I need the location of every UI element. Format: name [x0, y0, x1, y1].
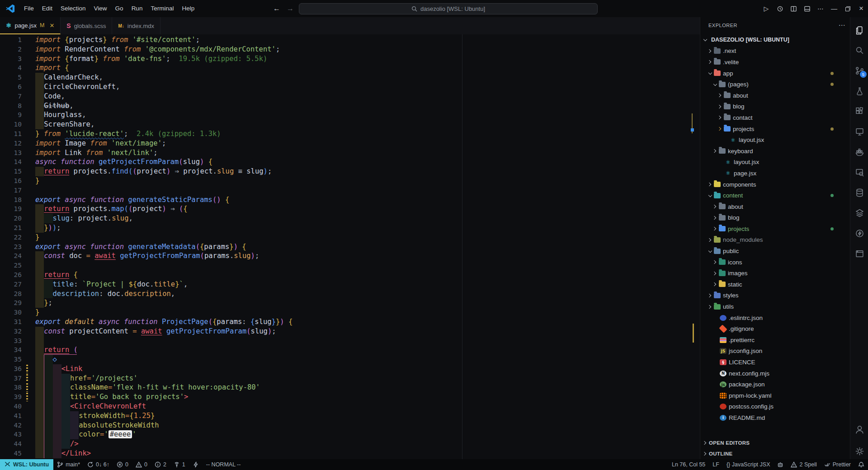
search-icon[interactable] — [850, 40, 868, 60]
command-center-search[interactable]: dasezolio [WSL: Ubuntu] — [299, 3, 598, 14]
tree-item-public[interactable]: public — [700, 245, 850, 257]
tree-item-blog[interactable]: blog — [700, 212, 850, 224]
restore-button[interactable] — [841, 0, 854, 17]
gutter-modified-indicator[interactable] — [26, 383, 28, 392]
status-eol[interactable]: LF — [709, 459, 723, 470]
gutter-modified-indicator[interactable] — [26, 365, 28, 373]
item-label: blog — [733, 103, 745, 110]
tree-item-page.jsx[interactable]: ⚛page.jsx — [700, 168, 850, 179]
close-tab-icon[interactable]: ✕ — [49, 22, 54, 29]
more-actions-icon[interactable]: ⋯ — [814, 0, 827, 17]
status-zap[interactable] — [189, 459, 203, 470]
extensions-icon[interactable] — [850, 101, 868, 121]
explorer-more-actions-icon[interactable]: ⋯ — [839, 21, 846, 29]
tree-item-tailwind.config.js[interactable]: ≈tailwind.config.js — [700, 423, 850, 426]
status-infos[interactable]: 2 — [151, 459, 170, 470]
close-button[interactable]: × — [854, 0, 868, 17]
status-cursor-position[interactable]: Ln 76, Col 55 — [668, 459, 709, 470]
menu-file[interactable]: File — [20, 0, 38, 17]
tree-item-(pages)[interactable]: (pages) — [700, 79, 850, 90]
tree-item-pnpm-lock.yaml[interactable]: pnpm-lock.yaml — [700, 390, 850, 401]
menu-terminal[interactable]: Terminal — [146, 0, 178, 17]
menu-run[interactable]: Run — [127, 0, 147, 17]
status-notifications-bell[interactable] — [854, 459, 868, 470]
status-vim-mode[interactable]: -- NORMAL -- — [203, 459, 245, 470]
status-prettier[interactable]: Prettier — [821, 459, 854, 470]
account-icon[interactable] — [850, 419, 868, 439]
status-remote-indicator[interactable]: WSL: Ubuntu — [0, 459, 53, 470]
tree-item-postcss.config.js[interactable]: postcss.config.js — [700, 401, 850, 413]
history-icon[interactable] — [773, 0, 787, 17]
tree-item-layout.jsx[interactable]: ⚛layout.jsx — [700, 134, 850, 146]
tree-item-about[interactable]: about — [700, 201, 850, 212]
menu-view[interactable]: View — [90, 0, 111, 17]
database-icon[interactable] — [850, 183, 868, 202]
tab-index.mdx[interactable]: M↓index.mdx — [112, 17, 160, 34]
live-preview-icon[interactable] — [850, 162, 868, 182]
tree-item-utils[interactable]: utils — [700, 301, 850, 312]
gutter-modified-indicator[interactable] — [26, 374, 28, 383]
nav-forward-arrow[interactable]: → — [287, 5, 294, 13]
status-warnings[interactable]: 0 — [132, 459, 151, 470]
tree-root-dasezolio[interactable]: DASEZOLIO [WSL: UBUNTU] — [700, 34, 850, 46]
minimize-button[interactable]: — — [827, 0, 841, 17]
layers-icon[interactable] — [850, 203, 868, 223]
section-outline[interactable]: OUTLINE — [700, 448, 850, 459]
tree-item-node_modules[interactable]: node_modules — [700, 235, 850, 246]
tree-item-projects[interactable]: projects — [700, 223, 850, 235]
status-git-sync[interactable]: 0↓ 6↑ — [84, 459, 113, 470]
code-line-42: 42absoluteStrokeWidth — [0, 421, 700, 430]
tree-item-package.json[interactable]: jspackage.json — [700, 379, 850, 390]
tree-item-README.md[interactable]: iREADME.md — [700, 412, 850, 423]
tree-item-projects[interactable]: projects — [700, 123, 850, 135]
run-button[interactable]: ▷ — [760, 0, 773, 17]
split-editor-icon[interactable] — [787, 0, 800, 17]
settings-gear-icon[interactable] — [850, 441, 868, 461]
tree-item-keyboard[interactable]: keyboard — [700, 146, 850, 157]
remote-explorer-icon[interactable] — [850, 122, 868, 141]
menu-edit[interactable]: Edit — [38, 0, 57, 17]
menu-help[interactable]: Help — [178, 0, 198, 17]
code-editor[interactable]: 1import {projects} from '#site/content';… — [0, 34, 700, 459]
tree-item-about[interactable]: about — [700, 90, 850, 101]
tab-globals.scss[interactable]: Sglobals.scss — [61, 17, 112, 34]
tree-item-jsconfig.json[interactable]: JSjsconfig.json — [700, 346, 850, 357]
status-ports[interactable]: 1 — [170, 459, 189, 470]
tree-item-app[interactable]: app — [700, 68, 850, 79]
docker-icon[interactable] — [850, 142, 868, 162]
menu-selection[interactable]: Selection — [57, 0, 90, 17]
tree-item-next.config.mjs[interactable]: Nnext.config.mjs — [700, 368, 850, 379]
layout-panel-icon[interactable] — [800, 0, 814, 17]
menu-go[interactable]: Go — [111, 0, 127, 17]
status-copilot[interactable] — [774, 459, 787, 470]
tab-page.jsx[interactable]: ⚛page.jsxM✕ — [0, 17, 61, 34]
tree-item-contact[interactable]: contact — [700, 112, 850, 123]
section-open-editors[interactable]: OPEN EDITORS — [700, 437, 850, 448]
gutter-modified-indicator[interactable] — [26, 393, 28, 401]
tree-item-content[interactable]: content — [700, 190, 850, 201]
testing-icon[interactable] — [850, 81, 868, 101]
tree-item-.prettierrc[interactable]: .prettierrc — [700, 334, 850, 346]
thunder-client-icon[interactable] — [850, 223, 868, 243]
nav-back-arrow[interactable]: ← — [273, 5, 280, 13]
source-control-icon[interactable]: 5 — [850, 61, 868, 80]
status-errors[interactable]: 0 — [113, 459, 132, 470]
tree-item-.eslintrc.json[interactable]: .eslintrc.json — [700, 312, 850, 324]
tree-item-.velite[interactable]: .velite — [700, 56, 850, 68]
status-spell-checker[interactable]: 2 Spell — [787, 459, 820, 470]
status-git-branch[interactable]: main* — [53, 459, 84, 470]
tree-item-icons[interactable]: icons — [700, 257, 850, 268]
explorer-icon[interactable] — [850, 20, 868, 40]
tree-item-LICENCE[interactable]: §LICENCE — [700, 357, 850, 368]
tree-item-images[interactable]: images — [700, 268, 850, 279]
tree-item-components[interactable]: components — [700, 179, 850, 190]
tree-item-blog[interactable]: blog — [700, 101, 850, 113]
tree-item-static[interactable]: static — [700, 279, 850, 290]
sync-icon — [87, 461, 94, 468]
tree-item-styles[interactable]: styles — [700, 290, 850, 301]
status-language-mode[interactable]: {} JavaScript JSX — [723, 459, 774, 470]
tree-item-.gitignore[interactable]: .gitignore — [700, 323, 850, 334]
browser-preview-icon[interactable] — [850, 244, 868, 263]
tree-item-layout.jsx[interactable]: ⚛layout.jsx — [700, 157, 850, 168]
tree-item-.next[interactable]: .next — [700, 46, 850, 57]
